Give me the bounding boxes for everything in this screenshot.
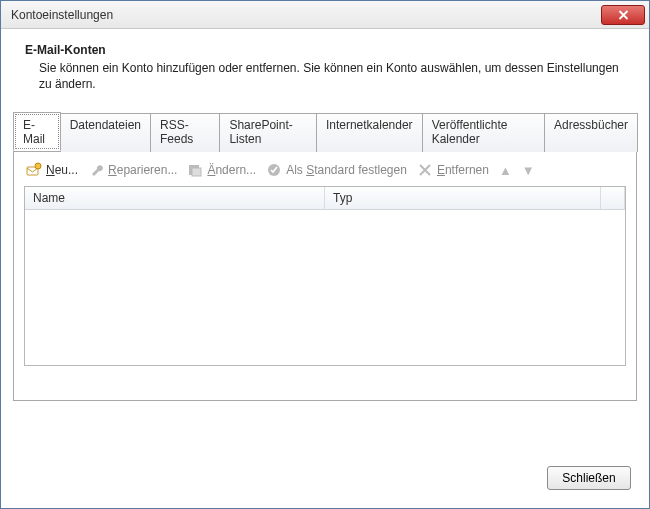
list-header: Name Typ	[25, 187, 625, 210]
titlebar: Kontoeinstellungen	[1, 1, 649, 29]
tab-panel: Neu... Reparieren... Ändern...	[13, 151, 637, 401]
repair-icon	[88, 162, 104, 178]
dialog-header: E-Mail-Konten Sie können ein Konto hinzu…	[1, 29, 649, 104]
mail-new-icon	[26, 162, 42, 178]
change-button: Ändern...	[187, 162, 256, 178]
default-label: tandard festlegen	[314, 163, 407, 177]
col-header-name[interactable]: Name	[25, 187, 325, 209]
remove-label: ntfernen	[445, 163, 489, 177]
tab-internet-calendar[interactable]: Internetkalender	[316, 113, 423, 152]
window-close-button[interactable]	[601, 5, 645, 25]
change-icon	[187, 162, 203, 178]
dialog-content: E-Mail-Konten Sie können ein Konto hinzu…	[1, 29, 649, 508]
remove-button: Entfernen	[417, 162, 489, 178]
repair-button: Reparieren...	[88, 162, 177, 178]
col-header-spacer	[601, 187, 625, 209]
change-label: ndern...	[215, 163, 256, 177]
new-button[interactable]: Neu...	[26, 162, 78, 178]
close-icon	[615, 7, 631, 23]
close-button[interactable]: Schließen	[547, 466, 631, 490]
svg-point-1	[35, 163, 41, 169]
col-header-type[interactable]: Typ	[325, 187, 601, 209]
toolbar: Neu... Reparieren... Ändern...	[24, 162, 626, 186]
move-up-icon: ▲	[499, 163, 512, 178]
tab-data-files[interactable]: Datendateien	[60, 113, 151, 152]
header-description: Sie können ein Konto hinzufügen oder ent…	[25, 60, 625, 92]
tab-email[interactable]: E-Mail	[13, 112, 61, 151]
remove-icon	[417, 162, 433, 178]
repair-label: eparieren...	[117, 163, 178, 177]
header-title: E-Mail-Konten	[25, 43, 625, 57]
new-label: eu...	[55, 163, 78, 177]
account-settings-dialog: Kontoeinstellungen E-Mail-Konten Sie kön…	[0, 0, 650, 509]
move-down-icon: ▼	[522, 163, 535, 178]
account-list[interactable]: Name Typ	[24, 186, 626, 366]
svg-rect-3	[192, 168, 201, 176]
close-button-label: Schließen	[562, 471, 615, 485]
set-default-button: Als Standard festlegen	[266, 162, 407, 178]
tab-published-calendar[interactable]: Veröffentlichte Kalender	[422, 113, 545, 152]
tab-address-books[interactable]: Adressbücher	[544, 113, 638, 152]
dialog-footer: Schließen	[1, 452, 649, 508]
tab-rss-feeds[interactable]: RSS-Feeds	[150, 113, 220, 152]
window-title: Kontoeinstellungen	[11, 8, 601, 22]
tab-sharepoint-lists[interactable]: SharePoint-Listen	[219, 113, 316, 152]
tabbar: E-Mail Datendateien RSS-Feeds SharePoint…	[13, 112, 637, 151]
check-circle-icon	[266, 162, 282, 178]
